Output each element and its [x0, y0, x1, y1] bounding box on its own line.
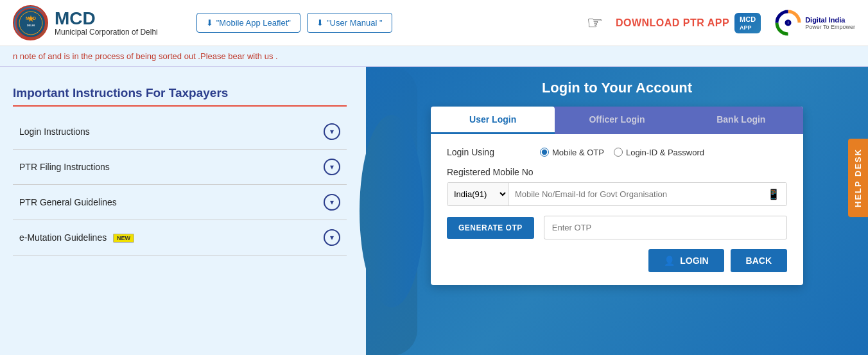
radio-login-id-label: Login-ID & Password	[626, 148, 704, 157]
radio-mobile-otp-input[interactable]	[540, 148, 549, 157]
otp-row: GENERATE OTP	[447, 216, 787, 239]
download-ptr-label: DOWNLOAD PTR APP	[616, 17, 729, 29]
mobile-input-row: India(91) USA(1) UK(44) 📱	[447, 182, 787, 206]
digital-india-label: Digital India	[805, 16, 855, 24]
generate-otp-button[interactable]: GENERATE OTP	[447, 217, 534, 239]
registered-mobile-label: Registered Mobile No	[447, 167, 787, 177]
new-badge: NEW	[113, 234, 134, 243]
help-desk-button[interactable]: HELP DESK	[848, 138, 868, 216]
login-using-row: Login Using Mobile & OTP Login-ID & Pass…	[447, 147, 787, 157]
header-nav: ⬇ "Mobile App Leaflet" ⬇ "User Manual "	[196, 13, 392, 33]
ptr-guidelines-label: PTR General Guidelines	[19, 197, 117, 207]
ptr-app-badge: MCD APP	[734, 13, 761, 33]
login-radio-group: Mobile & OTP Login-ID & Password	[540, 148, 704, 157]
mobile-leaflet-label: "Mobile App Leaflet"	[216, 18, 291, 28]
right-panel: Login to Your Account User Login Officer…	[366, 67, 868, 355]
back-button[interactable]: BACK	[731, 249, 787, 272]
digital-india-logo: i Digital India Power To Empower	[774, 8, 855, 37]
ptr-filing-chevron: ▾	[324, 159, 340, 175]
org-full-name: Municipal Corporation of Delhi	[55, 28, 158, 37]
digital-india-sub: Power To Empower	[805, 24, 855, 30]
person-icon: 👤	[664, 255, 675, 266]
header: MCD DELHI MCD Municipal Corporation of D…	[0, 0, 868, 46]
announcement-text: n note of and is in the process of being…	[13, 51, 278, 61]
action-row: 👤 LOGIN BACK	[447, 249, 787, 272]
login-form: Login Using Mobile & OTP Login-ID & Pass…	[431, 134, 803, 285]
svg-point-0	[16, 8, 46, 38]
ptr-guidelines-item[interactable]: PTR General Guidelines ▾	[13, 185, 347, 220]
login-instructions-chevron: ▾	[324, 123, 340, 140]
download-icon: ⬇	[206, 18, 213, 28]
radio-mobile-otp-label: Mobile & OTP	[552, 148, 604, 157]
ptr-filing-label: PTR Filing Instructions	[19, 162, 110, 172]
login-using-label: Login Using	[447, 147, 530, 157]
instructions-title: Important Instructions For Taxpayers	[13, 86, 347, 107]
tab-officer-login[interactable]: Officer Login	[555, 107, 679, 134]
panel-curve-decoration	[360, 115, 424, 307]
mobile-leaflet-button[interactable]: ⬇ "Mobile App Leaflet"	[196, 13, 300, 33]
logo-emblem: MCD DELHI	[13, 5, 48, 40]
logo-text: MCD Municipal Corporation of Delhi	[55, 10, 158, 37]
emutation-label: e-Mutation Guidelines NEW	[19, 232, 134, 243]
login-tabs: User Login Officer Login Bank Login	[431, 107, 803, 134]
emutation-item[interactable]: e-Mutation Guidelines NEW ▾	[13, 220, 347, 255]
otp-input[interactable]	[544, 216, 787, 239]
announcement-bar: n note of and is in the process of being…	[0, 46, 868, 67]
radio-login-id-input[interactable]	[614, 148, 623, 157]
ptr-filing-item[interactable]: PTR Filing Instructions ▾	[13, 150, 347, 185]
user-manual-button[interactable]: ⬇ "User Manual "	[307, 13, 392, 33]
header-right: ☞ DOWNLOAD PTR APP MCD APP	[587, 8, 855, 37]
ptr-guidelines-chevron: ▾	[324, 194, 340, 211]
org-name: MCD	[55, 10, 158, 28]
login-button-label: LOGIN	[680, 255, 708, 266]
mobile-icon: 📱	[761, 183, 786, 205]
radio-mobile-otp[interactable]: Mobile & OTP	[540, 148, 604, 157]
pointer-icon: ☞	[587, 12, 603, 33]
login-instructions-item[interactable]: Login Instructions ▾	[13, 114, 347, 150]
main-content: Important Instructions For Taxpayers Log…	[0, 67, 868, 355]
emutation-chevron: ▾	[324, 229, 340, 246]
radio-login-id[interactable]: Login-ID & Password	[614, 148, 704, 157]
mobile-section: Registered Mobile No India(91) USA(1) UK…	[447, 167, 787, 206]
tab-bank-login[interactable]: Bank Login	[679, 107, 803, 134]
download-icon-2: ⬇	[317, 18, 324, 28]
country-code-select[interactable]: India(91) USA(1) UK(44)	[447, 183, 508, 205]
login-card: User Login Officer Login Bank Login Logi…	[431, 107, 803, 285]
tab-user-login[interactable]: User Login	[431, 107, 555, 134]
mobile-number-input[interactable]	[508, 183, 761, 205]
logo-section: MCD DELHI MCD Municipal Corporation of D…	[13, 5, 158, 40]
download-ptr-section: DOWNLOAD PTR APP MCD APP	[616, 13, 761, 33]
left-panel: Important Instructions For Taxpayers Log…	[0, 67, 366, 355]
login-button[interactable]: 👤 LOGIN	[648, 249, 724, 272]
login-panel-title: Login to Your Account	[542, 80, 692, 96]
login-instructions-label: Login Instructions	[19, 126, 90, 137]
user-manual-label: "User Manual "	[327, 18, 383, 28]
svg-text:DELHI: DELHI	[27, 24, 35, 27]
